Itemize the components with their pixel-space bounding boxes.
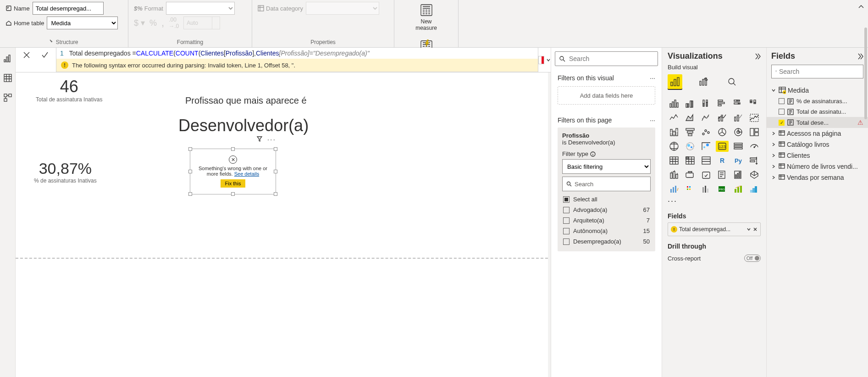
- viz-type-21[interactable]: 123: [716, 141, 729, 152]
- viz-type-39[interactable]: PRO: [716, 183, 729, 194]
- table-catálogo-livros[interactable]: Catálogo livros: [767, 139, 868, 150]
- viz-type-13[interactable]: [684, 127, 697, 138]
- table-número-de-livros-vendi...[interactable]: Número de livros vendi...: [767, 161, 868, 172]
- viz-type-8[interactable]: [700, 112, 713, 123]
- viz-type-14[interactable]: [700, 127, 713, 138]
- viz-type-30[interactable]: [668, 169, 680, 180]
- viz-type-6[interactable]: [668, 112, 680, 123]
- filters-search-input[interactable]: [569, 55, 654, 62]
- report-view-icon[interactable]: [4, 54, 12, 64]
- viz-type-17[interactable]: [748, 127, 761, 138]
- table-acessos-na-página[interactable]: Acessos na página: [767, 128, 868, 139]
- viz-type-3[interactable]: [716, 98, 729, 109]
- viz-type-20[interactable]: [700, 141, 713, 152]
- format-select[interactable]: [166, 2, 235, 15]
- filter-value-search[interactable]: Search: [562, 177, 651, 191]
- home-table-select[interactable]: Medida: [47, 17, 118, 29]
- decimal-places-input[interactable]: Auto: [183, 17, 220, 29]
- model-view-icon[interactable]: [4, 94, 12, 103]
- more-icon[interactable]: ···: [650, 74, 655, 82]
- more-visuals-icon[interactable]: ···: [668, 196, 761, 206]
- viz-type-19[interactable]: [684, 141, 697, 152]
- percent-icon[interactable]: %: [149, 18, 157, 28]
- viz-type-35[interactable]: [748, 169, 761, 180]
- viz-type-33[interactable]: [716, 169, 729, 180]
- viz-type-34[interactable]: [732, 169, 745, 180]
- viz-type-23[interactable]: [748, 141, 761, 152]
- table-medida[interactable]: Medida: [767, 85, 868, 96]
- viz-type-2[interactable]: [700, 98, 713, 109]
- field-well[interactable]: ! Total desempregad...: [668, 222, 761, 236]
- viz-type-28[interactable]: Py: [732, 155, 745, 166]
- new-measure-button[interactable]: New measure: [400, 2, 453, 33]
- field-item[interactable]: Total dese...⚠: [767, 117, 868, 128]
- data-category-select[interactable]: [306, 2, 379, 15]
- fields-search[interactable]: [771, 65, 863, 78]
- viz-type-11[interactable]: [748, 112, 761, 123]
- viz-type-5[interactable]: [748, 98, 761, 109]
- viz-type-29[interactable]: [748, 155, 761, 166]
- viz-type-1[interactable]: [684, 98, 697, 109]
- viz-type-4[interactable]: [732, 98, 745, 109]
- fields-search-input[interactable]: [779, 68, 859, 75]
- filter-value-row[interactable]: Autônomo(a)15: [562, 226, 651, 236]
- build-visual-tab[interactable]: [668, 74, 682, 89]
- viz-type-27[interactable]: R: [716, 155, 729, 166]
- filter-value-row[interactable]: Desempregado(a)50: [562, 236, 651, 247]
- viz-type-24[interactable]: [668, 155, 680, 166]
- cancel-formula-icon[interactable]: [21, 50, 32, 61]
- remove-field-icon[interactable]: [753, 227, 757, 232]
- fix-this-button[interactable]: Fix this: [221, 179, 246, 188]
- viz-type-25[interactable]: [684, 155, 697, 166]
- format-visual-tab[interactable]: [696, 74, 711, 89]
- viz-type-22[interactable]: [732, 141, 745, 152]
- collapse-pane-icon[interactable]: [856, 53, 863, 60]
- expand-formula-icon[interactable]: [546, 58, 551, 62]
- collapse-pane-icon[interactable]: [753, 53, 761, 60]
- decimal-icon[interactable]: .00→.0: [169, 17, 179, 29]
- viz-type-32[interactable]: [700, 169, 713, 180]
- viz-type-15[interactable]: [716, 127, 729, 138]
- currency-icon[interactable]: $ ▾: [134, 18, 145, 28]
- error-visual[interactable]: ✕ Something's wrong with one or more fie…: [190, 149, 276, 194]
- more-icon[interactable]: ···: [650, 116, 655, 124]
- viz-type-0[interactable]: [668, 98, 680, 109]
- see-details-link[interactable]: See details: [234, 171, 259, 177]
- viz-type-9[interactable]: [716, 112, 729, 123]
- close-icon[interactable]: ✕: [229, 155, 237, 164]
- viz-type-36[interactable]: [668, 183, 680, 194]
- formula-editor[interactable]: 1 Total desempregados = CALCULATE ( COUN…: [56, 48, 538, 59]
- comma-icon[interactable]: ,: [161, 17, 164, 29]
- filter-type-select[interactable]: Basic filtering: [562, 159, 651, 174]
- collapse-ribbon-icon[interactable]: [854, 0, 868, 15]
- viz-type-37[interactable]: [684, 183, 697, 194]
- viz-type-16[interactable]: [732, 127, 745, 138]
- measure-name-input[interactable]: [33, 2, 104, 15]
- analytics-tab[interactable]: [724, 74, 739, 89]
- viz-type-7[interactable]: [684, 112, 697, 123]
- viz-type-18[interactable]: [668, 141, 680, 152]
- data-view-icon[interactable]: [4, 74, 12, 83]
- add-fields-well[interactable]: Add data fields here: [558, 86, 655, 105]
- cross-report-toggle[interactable]: Off: [744, 255, 761, 262]
- viz-type-38[interactable]: [700, 183, 713, 194]
- filters-search[interactable]: [555, 51, 658, 66]
- viz-type-26[interactable]: [700, 155, 713, 166]
- filter-value-row[interactable]: Advogado(a)67: [562, 205, 651, 215]
- commit-formula-icon[interactable]: [39, 50, 50, 61]
- viz-type-10[interactable]: [732, 112, 745, 123]
- more-options-icon[interactable]: ···: [267, 136, 276, 144]
- chevron-down-icon[interactable]: [746, 227, 751, 232]
- report-canvas[interactable]: 46 Total de assinatura Inativas Profissa…: [16, 72, 548, 377]
- table-clientes[interactable]: Clientes: [767, 150, 868, 161]
- field-item[interactable]: % de assinaturas...: [767, 96, 868, 106]
- field-item[interactable]: Total de assinatu...: [767, 106, 868, 117]
- viz-type-41[interactable]: [748, 183, 761, 194]
- filter-value-row[interactable]: Select all: [562, 194, 651, 205]
- filter-icon[interactable]: [256, 136, 263, 142]
- table-vendas-por-semana[interactable]: Vendas por semana: [767, 172, 868, 183]
- viz-type-12[interactable]: [668, 127, 680, 138]
- viz-type-40[interactable]: [732, 183, 745, 194]
- filter-value-row[interactable]: Arquiteto(a)7: [562, 215, 651, 226]
- viz-type-31[interactable]: [684, 169, 697, 180]
